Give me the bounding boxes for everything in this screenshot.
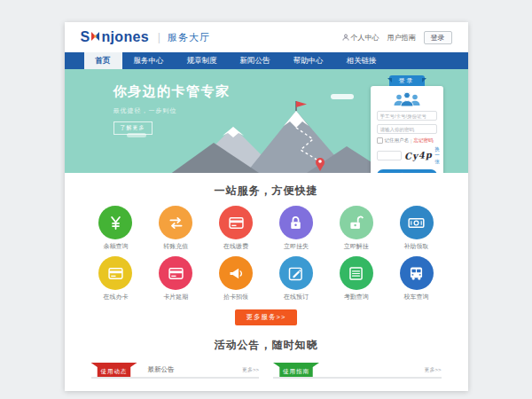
service-item[interactable]: 校车查询 [387,251,447,301]
tab-user-guide[interactable]: 使用指南 [273,363,319,377]
captcha-row: Cy4p 换一张 [377,146,437,165]
captcha-image[interactable]: Cy4p [403,150,432,161]
logo: S njones | 服务大厅 [81,29,210,45]
service-label: 在线预订 [266,293,326,301]
forgot-password-link[interactable]: 忘记密码 [413,137,433,144]
service-label: 在线办卡 [86,293,146,301]
hero-subtitle: 最优捷径，一步到位 [113,106,231,115]
announcements-title: 活动公告，随时知晓 [65,338,468,353]
transfer-icon [159,206,192,239]
login-form: 记住用户名 | 忘记密码 Cy4p 换一张 登录 [371,86,443,173]
remember-label: 记住用户名 [385,137,410,144]
hero-copy: 你身边的卡管专家 最优捷径，一步到位 了解更多 [113,83,231,135]
nav-item[interactable]: 相关链接 [335,52,388,69]
logo-text-suffix: njones [101,29,148,45]
users-icon [391,90,423,107]
service-label: 考勤查询 [326,293,387,301]
header-login-button[interactable]: 登录 [424,31,452,44]
hero-title: 你身边的卡管专家 [113,83,231,100]
header: S njones | 服务大厅 个人中心 用户指南 [65,22,468,52]
header-right: 个人中心 用户指南 登录 [342,31,452,44]
account-input[interactable] [377,111,437,121]
remember-checkbox[interactable] [377,137,383,144]
service-item[interactable]: 余额查询 [86,200,146,251]
service-item[interactable]: 立即挂失 [266,200,326,251]
tab-usage-news[interactable]: 使用动态 [91,363,137,377]
user-guide-label: 用户指南 [387,33,416,43]
list-icon [340,256,373,290]
services-section: 一站服务，方便快捷 余额查询转账充值在线缴费立即挂失立即解挂补助领取在线办卡卡片… [65,173,468,334]
yuan-icon [98,206,132,239]
service-item[interactable]: 考勤查询 [326,251,387,301]
megaphone-icon [219,256,253,290]
nav-item[interactable]: 新闻公告 [229,52,282,69]
service-item[interactable]: 在线办卡 [86,251,146,301]
lock-icon [279,206,313,239]
service-item[interactable]: 立即解挂 [326,200,387,251]
nav-bar: 首页服务中心规章制度新闻公告帮助中心相关链接 [65,52,468,69]
card-icon [219,206,253,239]
service-item[interactable]: 补助领取 [387,200,447,251]
hero-banner: 你身边的卡管专家 最优捷径，一步到位 了解更多 登录 [65,69,468,173]
login-tab[interactable]: 登录 [389,75,425,86]
service-item[interactable]: 在线预订 [266,251,326,301]
hero-cta-button[interactable]: 了解更多 [113,121,153,135]
service-item[interactable]: 在线缴费 [206,200,266,251]
announcement-column-right: 使用指南 更多>> [273,361,442,379]
service-item[interactable]: 转账充值 [145,200,206,251]
services-title: 一站服务，方便快捷 [65,184,468,199]
announcement-column-left: 使用动态 最新公告 更多>> [91,361,260,379]
person-icon [342,34,349,41]
service-item[interactable]: 卡片延期 [145,251,206,301]
captcha-input[interactable] [377,151,402,160]
unlock-icon [340,206,373,239]
service-label: 立即挂失 [266,242,326,251]
services-grid: 余额查询转账充值在线缴费立即挂失立即解挂补助领取在线办卡卡片延期拾卡招领在线预订… [65,200,468,301]
service-label: 立即解挂 [326,242,387,251]
card-icon [159,256,192,290]
nav-item[interactable]: 服务中心 [122,52,176,69]
service-label: 余额查询 [86,242,146,251]
card-icon [98,256,132,290]
service-label: 卡片延期 [145,293,206,301]
nav-item[interactable]: 规章制度 [176,52,229,69]
service-label: 转账充值 [145,242,206,251]
captcha-refresh-link[interactable]: 换一张 [434,146,440,165]
edit-icon [279,256,313,290]
logo-text-prefix: S [81,29,90,45]
service-label: 补助领取 [387,242,447,251]
bus-icon [400,256,434,290]
remember-separator: | [411,138,411,144]
announcements-section: 活动公告，随时知晓 使用动态 最新公告 更多>> 使用指南 更多>> [65,338,468,391]
banknote-icon [400,206,434,239]
service-item[interactable]: 拾卡招领 [206,251,266,301]
service-label: 校车查询 [387,293,447,301]
personal-center-label: 个人中心 [351,33,379,43]
announcement-columns: 使用动态 最新公告 更多>> 使用指南 更多>> [65,361,468,391]
nav-item[interactable]: 首页 [84,52,122,69]
header-divider: | [158,31,160,43]
service-label: 在线缴费 [206,242,266,251]
login-submit-button[interactable]: 登录 [377,169,437,173]
logo-mark-icon [90,29,100,45]
personal-center-link[interactable]: 个人中心 [342,33,379,43]
right-more-link[interactable]: 更多>> [424,366,441,377]
password-input[interactable] [377,124,437,134]
left-more-link[interactable]: 更多>> [242,366,259,377]
site-name: 服务大厅 [168,31,210,44]
remember-row: 记住用户名 | 忘记密码 [377,137,437,144]
login-panel: 登录 记住用户名 | 忘记密码 [371,75,443,173]
nav-item[interactable]: 帮助中心 [282,52,335,69]
more-services-button[interactable]: 更多服务>> [235,309,298,325]
service-label: 拾卡招领 [206,293,266,301]
tab-latest-announcements[interactable]: 最新公告 [148,365,175,377]
portal-page: S njones | 服务大厅 个人中心 用户指南 [65,22,468,391]
user-guide-link[interactable]: 用户指南 [387,33,416,43]
